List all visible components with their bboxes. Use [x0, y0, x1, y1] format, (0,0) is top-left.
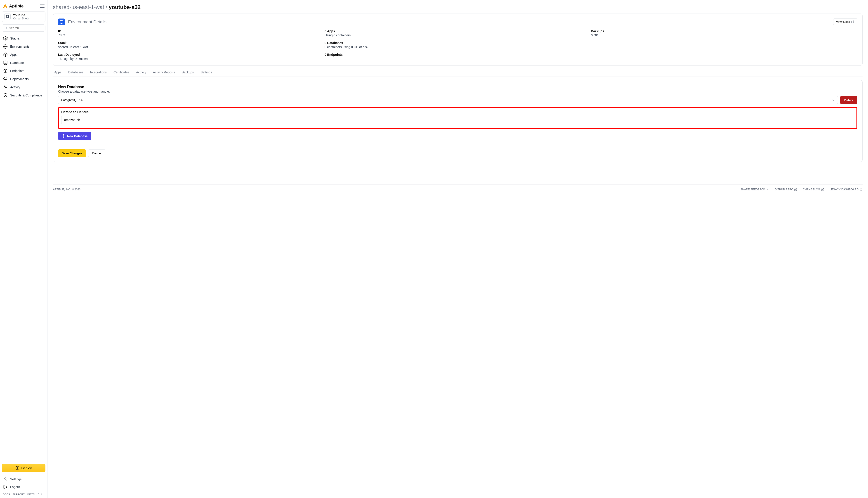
db-type-select[interactable]: PostgreSQL 14 [58, 96, 838, 104]
svg-point-4 [5, 70, 6, 71]
environment-details-panel: Environment Details View Docs ID 7809 0 … [53, 14, 863, 66]
endpoints-icon [3, 69, 8, 73]
page-footer: APTIBLE, INC. © 2023 SHARE FEEDBACK GITH… [53, 184, 863, 191]
deployed-label: Last Deployed [58, 53, 324, 56]
deploy-button[interactable]: Deploy [2, 464, 46, 472]
share-feedback-link[interactable]: SHARE FEEDBACK [740, 188, 769, 191]
nav-logout[interactable]: Logout [2, 483, 46, 491]
handle-label: Database Handle [61, 110, 854, 114]
cancel-button[interactable]: Cancel [88, 149, 105, 157]
workspace-selector[interactable]: Youtube Kishan Sheth [2, 11, 46, 22]
breadcrumb-current: youtube-a32 [109, 4, 141, 10]
stack-value: shared-us-east-1-wat [58, 45, 324, 49]
dbs-label: 0 Databases [324, 41, 591, 45]
tab-databases[interactable]: Databases [68, 68, 84, 77]
link-support[interactable]: SUPPORT [13, 493, 25, 496]
db-handle-input[interactable] [61, 116, 854, 124]
menu-toggle[interactable] [40, 4, 44, 8]
logo-text: Aptible [9, 4, 24, 9]
tab-apps[interactable]: Apps [54, 68, 62, 77]
copyright: APTIBLE, INC. © 2023 [53, 188, 80, 191]
search-field[interactable] [2, 24, 46, 31]
tab-activity-reports[interactable]: Activity Reports [153, 68, 175, 77]
workspace-name: Youtube [13, 13, 29, 17]
svg-point-3 [4, 61, 7, 62]
plus-circle-icon [15, 466, 20, 470]
database-icon [3, 61, 8, 65]
id-value: 7809 [58, 34, 324, 37]
external-link-icon [859, 188, 863, 191]
breadcrumb: shared-us-east-1-wat / youtube-a32 [53, 4, 863, 10]
form-title: New Database [58, 85, 857, 89]
id-label: ID [58, 29, 324, 33]
external-link-icon [794, 188, 797, 191]
logo[interactable]: Aptible [3, 4, 24, 9]
workspace-owner: Kishan Sheth [13, 17, 29, 20]
delete-button[interactable]: Delete [840, 96, 857, 104]
nav-activity[interactable]: Activity [2, 83, 46, 91]
github-repo-link[interactable]: GITHUB REPO [775, 188, 797, 191]
dbs-value: 0 containers using 0 GB of disk [324, 45, 591, 49]
new-database-form: New Database Choose a database type and … [53, 80, 863, 162]
nav-environments[interactable]: Environments [2, 42, 46, 51]
logout-icon [3, 485, 8, 489]
sidebar: Aptible Youtube Kishan Sheth Stacks [0, 0, 48, 498]
nav-apps[interactable]: Apps [2, 51, 46, 59]
deployed-value: 13s ago by Unknown [58, 57, 324, 61]
user-icon [3, 477, 8, 482]
breadcrumb-parent[interactable]: shared-us-east-1-wat [53, 4, 104, 10]
form-subtitle: Choose a database type and handle. [58, 90, 857, 93]
svg-point-1 [5, 27, 7, 29]
changelog-link[interactable]: CHANGELOG [803, 188, 824, 191]
stack-label: Stack [58, 41, 324, 45]
nav-deployments[interactable]: Deployments [2, 75, 46, 83]
db-type-value: PostgreSQL 14 [61, 98, 82, 102]
view-docs-button[interactable]: View Docs [833, 18, 857, 25]
endpoints-label: 0 Endpoints [324, 53, 591, 56]
link-install-cli[interactable]: INSTALL CLI [27, 493, 42, 496]
nav-security[interactable]: Security & Compliance [2, 91, 46, 100]
stacks-icon [3, 36, 8, 41]
aptible-logo-icon [3, 4, 8, 9]
backups-label: Backups [591, 29, 857, 33]
link-docs[interactable]: DOCS [3, 493, 10, 496]
activity-icon [3, 85, 8, 89]
primary-nav: Stacks Environments Apps Databases Endpo… [2, 34, 46, 464]
cloud-upload-icon [3, 77, 8, 81]
backups-value: 0 GB [591, 34, 857, 37]
shield-icon [3, 93, 8, 97]
external-link-icon [851, 20, 854, 24]
tab-integrations[interactable]: Integrations [90, 68, 107, 77]
divider [58, 145, 857, 145]
apps-label: 0 Apps [324, 29, 591, 33]
nav-endpoints[interactable]: Endpoints [2, 67, 46, 75]
chevron-down-icon [766, 188, 769, 191]
tab-backups[interactable]: Backups [182, 68, 194, 77]
cube-icon [3, 52, 8, 57]
search-input[interactable] [9, 26, 43, 30]
new-database-button[interactable]: New Database [58, 132, 91, 140]
globe-icon [3, 44, 8, 49]
main-content: shared-us-east-1-wat / youtube-a32 Envir… [48, 0, 868, 498]
panel-title: Environment Details [68, 19, 106, 24]
tab-activity[interactable]: Activity [136, 68, 146, 77]
nav-databases[interactable]: Databases [2, 59, 46, 67]
apps-value: Using 0 containers [324, 34, 591, 37]
tab-certificates[interactable]: Certificates [114, 68, 129, 77]
plus-circle-icon [62, 134, 65, 138]
search-icon [4, 26, 7, 30]
external-link-icon [821, 188, 824, 191]
svg-point-6 [5, 478, 6, 479]
chevron-down-icon [832, 99, 835, 102]
save-button[interactable]: Save Changes [58, 149, 86, 157]
nav-settings[interactable]: Settings [2, 475, 46, 483]
globe-icon [58, 18, 65, 25]
building-icon [4, 14, 11, 20]
sidebar-footer-links: DOCS SUPPORT INSTALL CLI [2, 491, 46, 496]
nav-stacks[interactable]: Stacks [2, 34, 46, 42]
highlight-annotation: Database Handle [58, 107, 857, 129]
tab-settings[interactable]: Settings [201, 68, 212, 77]
tabs: Apps Databases Integrations Certificates… [53, 68, 863, 77]
legacy-dashboard-link[interactable]: LEGACY DASHBOARD [830, 188, 863, 191]
